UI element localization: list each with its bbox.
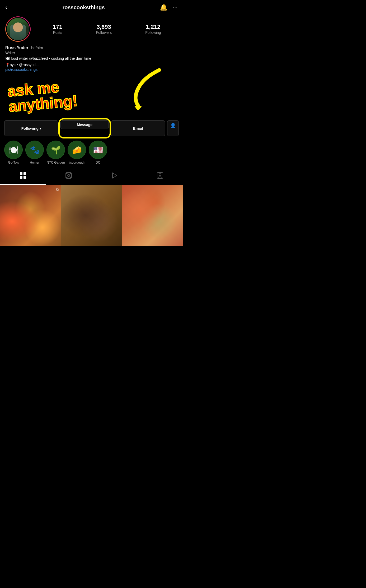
- bio-line1: 🍽️ food writer @buzzfeed • cooking all t…: [5, 56, 178, 61]
- svg-marker-0: [134, 106, 142, 110]
- photo-cell-3[interactable]: [122, 185, 183, 246]
- following-button[interactable]: Following ▾: [4, 120, 58, 136]
- svg-point-7: [66, 173, 67, 174]
- yellow-arrow-icon: [112, 67, 165, 110]
- svg-rect-3: [20, 176, 22, 179]
- tab-grid[interactable]: [0, 168, 46, 185]
- bio-section: Ross Yoder he/him Writer 🍽️ food writer …: [5, 45, 178, 72]
- photo-cell-1[interactable]: ⧉: [0, 185, 61, 246]
- multi-image-badge: ⧉: [56, 187, 59, 192]
- stats-row: 171 Posts 3,693 Followers 1,212 Followin…: [36, 24, 178, 35]
- bio-job: Writer: [5, 51, 178, 55]
- posts-stat[interactable]: 171 Posts: [53, 24, 63, 35]
- following-stat[interactable]: 1,212 Following: [145, 24, 161, 35]
- ask-me-annotation: ask me anything!: [7, 78, 78, 114]
- followers-stat[interactable]: 3,693 Followers: [96, 24, 112, 35]
- svg-marker-11: [112, 173, 117, 178]
- highlight-emoji-4: 🇺🇸: [93, 145, 103, 155]
- posts-count: 171: [53, 24, 63, 30]
- tab-bar: [0, 168, 183, 185]
- svg-point-10: [70, 177, 71, 178]
- header: ‹ rosscooksthings 🔔 ···: [0, 0, 183, 14]
- highlight-item-0[interactable]: 🍽️ Go-To's: [4, 141, 23, 164]
- notification-bell-icon[interactable]: 🔔: [160, 4, 168, 11]
- highlight-label-2: NYC Garden: [47, 161, 65, 164]
- tagged-icon: [157, 172, 163, 180]
- email-button[interactable]: Email: [111, 120, 165, 136]
- play-icon: [111, 172, 118, 180]
- svg-rect-4: [24, 176, 26, 179]
- profile-section: 171 Posts 3,693 Followers 1,212 Followin…: [0, 14, 183, 118]
- highlight-circle-1: 🐾: [25, 141, 44, 159]
- highlight-item-4[interactable]: 🇺🇸 DC: [89, 141, 107, 164]
- followers-count: 3,693: [97, 24, 111, 30]
- highlight-emoji-0: 🍽️: [9, 145, 18, 155]
- highlight-label-4: DC: [96, 161, 100, 164]
- annotation-overlay: ask me anything!: [5, 75, 178, 118]
- more-options-icon[interactable]: ···: [172, 4, 178, 11]
- tab-video[interactable]: [92, 168, 137, 185]
- svg-point-9: [66, 177, 67, 178]
- highlight-circle-4: 🇺🇸: [89, 141, 107, 159]
- add-person-button[interactable]: 👤+: [167, 120, 179, 136]
- highlights-row: 🍽️ Go-To's 🐾 Homer 🌱 NYC Garden 🧀 #sourd…: [0, 141, 183, 168]
- svg-point-8: [70, 173, 71, 174]
- highlight-item-2[interactable]: 🌱 NYC Garden: [46, 141, 65, 164]
- chevron-down-icon: ▾: [40, 127, 41, 130]
- highlight-emoji-3: 🧀: [72, 145, 82, 155]
- message-button-wrapper: Message: [60, 120, 109, 136]
- highlight-item-1[interactable]: 🐾 Homer: [25, 141, 44, 164]
- highlight-item-3[interactable]: 🧀 #sourdough: [68, 141, 86, 164]
- highlight-label-1: Homer: [30, 161, 39, 164]
- highlight-circle-0: 🍽️: [4, 141, 23, 159]
- grid-icon: [20, 172, 26, 180]
- tab-tagged[interactable]: [137, 168, 183, 185]
- header-icons: 🔔 ···: [160, 4, 178, 11]
- following-count: 1,212: [146, 24, 160, 30]
- svg-rect-1: [20, 172, 22, 175]
- svg-rect-2: [24, 172, 26, 175]
- message-button[interactable]: Message: [60, 120, 109, 129]
- tab-reels[interactable]: [46, 168, 91, 185]
- highlight-label-0: Go-To's: [8, 161, 19, 164]
- bio-pronouns: he/him: [31, 45, 43, 50]
- avatar-ring[interactable]: [5, 16, 31, 42]
- bio-name: Ross Yoder: [5, 45, 28, 50]
- highlight-emoji-2: 🌱: [51, 145, 61, 155]
- posts-label: Posts: [53, 30, 62, 35]
- highlight-circle-3: 🧀: [68, 141, 86, 159]
- back-button[interactable]: ‹: [5, 4, 7, 11]
- svg-point-6: [68, 174, 70, 177]
- followers-label: Followers: [96, 30, 112, 35]
- bio-link[interactable]: pic/rosscooksthings: [5, 67, 178, 72]
- following-label: Following: [145, 30, 161, 35]
- svg-point-13: [159, 174, 161, 176]
- add-person-icon: 👤+: [170, 123, 176, 134]
- highlight-emoji-1: 🐾: [30, 145, 40, 155]
- profile-top: 171 Posts 3,693 Followers 1,212 Followin…: [5, 16, 178, 42]
- photo-grid: ⧉: [0, 185, 183, 246]
- avatar: [6, 17, 30, 41]
- username-title: rosscooksthings: [62, 4, 105, 11]
- bio-line2: 📍nyc • @rossyod...: [5, 62, 178, 68]
- highlight-circle-2: 🌱: [46, 141, 65, 159]
- action-buttons-row: Following ▾ Message Email 👤+: [0, 120, 183, 136]
- reels-icon: [65, 172, 72, 180]
- photo-cell-2[interactable]: [61, 185, 122, 246]
- highlight-label-3: #sourdough: [68, 161, 85, 164]
